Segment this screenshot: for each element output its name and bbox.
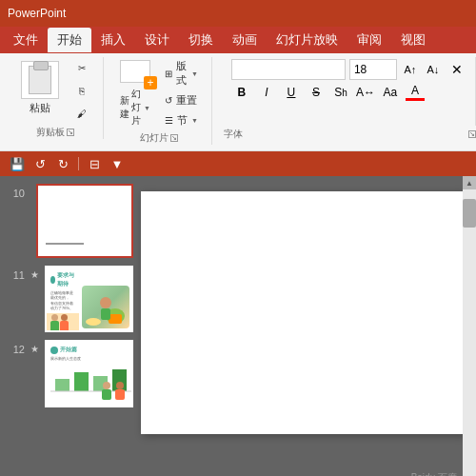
svg-rect-14 <box>115 389 125 400</box>
paste-icon <box>21 61 59 99</box>
svg-rect-5 <box>55 379 69 391</box>
slide10-content <box>38 186 131 256</box>
spacing-button[interactable]: A↔ <box>355 82 376 103</box>
clipboard-expand-icon[interactable]: ↘ <box>67 129 74 136</box>
svg-rect-1 <box>109 314 122 324</box>
case-button[interactable]: Aa <box>380 82 401 103</box>
section-button[interactable]: ☰ 节 ▼ <box>159 111 204 129</box>
underline-button[interactable]: U <box>281 82 302 103</box>
version-reset-group: ⊞ 版式 ▼ ↺ 重置 ☰ 节 ▼ <box>159 57 204 129</box>
slide12-persons-svg <box>99 381 128 402</box>
slide-number-11: 11 <box>8 266 25 281</box>
slide-item-11: 11 ★ 要求与期待 正确地做事是最优先的，有信息支持着动力了76%。 你在偶尔… <box>8 266 133 333</box>
slide-number-10: 10 <box>8 184 25 199</box>
watermark: Baidu 百度 <box>411 471 457 476</box>
svg-rect-3 <box>101 308 110 320</box>
scroll-thumb[interactable] <box>463 199 476 228</box>
paste-label: 粘贴 <box>30 101 50 115</box>
font-name-input[interactable] <box>231 59 346 80</box>
font-expand-icon[interactable]: ↘ <box>468 130 476 138</box>
cut-button[interactable]: ✂ <box>69 57 95 78</box>
slide-panel: 10 11 ★ 要求与期待 <box>0 176 141 476</box>
font-label-text: 字体 <box>224 128 243 141</box>
new-slide-bottom-button[interactable]: 新建 幻灯片 ▼ <box>115 86 155 129</box>
canvas-area: ▲ ▼ Baidu 百度 <box>141 176 476 476</box>
canvas-scrollbar[interactable]: ▲ ▼ <box>463 176 476 476</box>
clipboard-label: 剪贴板 ↘ <box>36 124 74 139</box>
clipboard-content: 粘贴 ✂ ⎘ 🖌 <box>15 57 95 124</box>
slide-thumb-11[interactable]: 要求与期待 正确地做事是最优先的，有信息支持着动力了76%。 你在偶尔时间休息更… <box>45 266 133 333</box>
menu-design[interactable]: 设计 <box>135 28 179 52</box>
slide12-content: 开始篇 展示新的人生态度 <box>47 342 131 406</box>
slide11-illustration <box>82 286 129 328</box>
font-group: A↑ A↓ ✕ B I U S Sh A↔ Aa A 字体 ↘ <box>216 57 476 141</box>
color-button[interactable]: A <box>405 82 426 103</box>
slide-item-10: 10 <box>8 184 133 258</box>
format-quick-button[interactable]: ⊟ <box>85 154 104 173</box>
font-size-input[interactable] <box>349 59 397 80</box>
paste-icon-inner <box>29 66 51 94</box>
quick-access-separator <box>78 157 79 170</box>
slide12-persons <box>99 381 128 402</box>
slide11-bottom <box>47 313 79 330</box>
copy-button[interactable]: ⎘ <box>69 80 95 101</box>
strikethrough-button[interactable]: S <box>306 82 327 103</box>
new-slide-dropdown: ▼ <box>144 105 150 111</box>
menu-insert[interactable]: 插入 <box>91 28 135 52</box>
menu-view[interactable]: 视图 <box>391 28 435 52</box>
paste-button[interactable]: 粘贴 <box>15 57 65 119</box>
slide-thumb-10[interactable] <box>36 184 133 258</box>
svg-point-4 <box>86 318 101 326</box>
slide12-title-text: 开始篇 <box>60 346 77 354</box>
menu-transition[interactable]: 切换 <box>179 28 223 52</box>
slide11-right <box>79 268 131 331</box>
dropdown-quick-button[interactable]: ▼ <box>108 154 127 173</box>
svg-point-11 <box>103 382 110 389</box>
font-size-decrease-button[interactable]: A↓ <box>424 59 443 80</box>
version-label: 版式 <box>176 59 188 88</box>
svg-rect-12 <box>102 389 111 400</box>
scroll-up-arrow[interactable]: ▲ <box>463 176 476 189</box>
font-size-increase-button[interactable]: A↑ <box>401 59 420 80</box>
new-slide-label2: 幻灯片 <box>131 88 143 128</box>
italic-button[interactable]: I <box>256 82 277 103</box>
clear-format-button[interactable]: ✕ <box>446 59 467 80</box>
menu-animation[interactable]: 动画 <box>223 28 267 52</box>
watermark-text: Baidu 百度 <box>411 472 457 476</box>
menu-bar: 文件 开始 插入 设计 切换 动画 幻灯片放映 审阅 视图 <box>0 27 476 53</box>
version-button[interactable]: ⊞ 版式 ▼ <box>159 57 204 89</box>
clipboard-label-text: 剪贴板 <box>36 126 65 139</box>
menu-home[interactable]: 开始 <box>48 28 91 52</box>
slides-label: 幻灯片 ↘ <box>140 129 178 145</box>
clipboard-group: 粘贴 ✂ ⎘ 🖌 剪贴板 ↘ <box>8 57 104 139</box>
title-bar-text: PowerPoint <box>8 7 66 20</box>
reset-button[interactable]: ↺ 重置 <box>159 91 204 109</box>
redo-quick-button[interactable]: ↻ <box>53 154 72 173</box>
main-area: 10 11 ★ 要求与期待 <box>0 176 476 476</box>
slide11-content: 要求与期待 正确地做事是最优先的，有信息支持着动力了76%。 你在偶尔时间休息更… <box>47 268 131 331</box>
undo-quick-button[interactable]: ↺ <box>30 154 50 173</box>
slides-expand-icon[interactable]: ↘ <box>170 134 178 142</box>
slide-canvas[interactable] <box>141 191 465 434</box>
new-slide-label: 新建 <box>120 94 129 121</box>
slide-star-11: ★ <box>30 266 39 280</box>
slides-content: 新建 幻灯片 ▼ ⊞ 版式 ▼ ↺ 重置 ☰ 节 <box>115 57 204 129</box>
clipboard-small-buttons: ✂ ⎘ 🖌 <box>69 57 95 124</box>
slide10-line <box>46 243 84 245</box>
save-quick-button[interactable]: 💾 <box>8 154 27 173</box>
bold-button[interactable]: B <box>231 82 252 103</box>
slide-item-12: 12 ★ 开始篇 展示新的人生态度 <box>8 340 133 407</box>
scroll-track[interactable] <box>463 189 476 476</box>
new-slide-split: 新建 幻灯片 ▼ <box>115 57 155 129</box>
shadow-button[interactable]: Sh <box>330 82 351 103</box>
format-painter-button[interactable]: 🖌 <box>69 103 95 124</box>
font-row-1: A↑ A↓ ✕ <box>231 59 467 80</box>
menu-file[interactable]: 文件 <box>4 28 48 52</box>
new-slide-icon <box>120 60 150 83</box>
menu-slideshow[interactable]: 幻灯片放映 <box>267 28 347 52</box>
slide12-icon <box>50 347 58 354</box>
new-slide-top-button[interactable] <box>115 57 155 86</box>
slide12-title: 开始篇 <box>50 346 128 354</box>
menu-review[interactable]: 审阅 <box>347 28 391 52</box>
slide-thumb-12[interactable]: 开始篇 展示新的人生态度 <box>45 340 133 407</box>
